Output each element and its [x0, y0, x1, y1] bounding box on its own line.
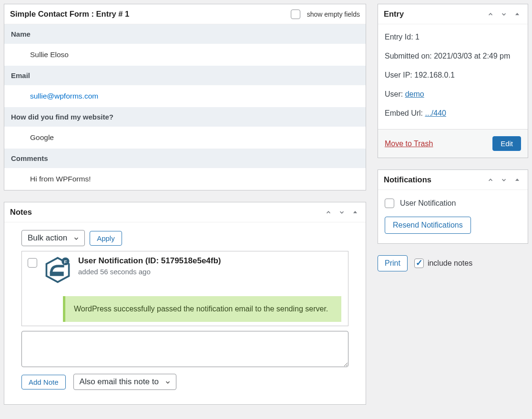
field-value-email: sullie@wpforms.com: [4, 85, 366, 107]
include-notes-checkbox[interactable]: [414, 259, 424, 268]
notes-panel: Notes Bulk action Apply: [4, 202, 366, 405]
entry-id-label: Entry Id:: [385, 33, 413, 41]
email-note-select[interactable]: Also email this note to: [73, 374, 176, 390]
chevron-down-icon: [164, 379, 171, 385]
collapse-up-icon[interactable]: [350, 208, 360, 217]
bulk-action-label: Bulk action: [28, 233, 67, 242]
embed-url-row: Embed Url: .../440: [385, 109, 521, 118]
resend-notifications-button[interactable]: Resend Notifications: [385, 217, 471, 234]
field-label-find: How did you find my website?: [4, 107, 366, 127]
notifications-panel: Notifications User Notification Resend N…: [378, 170, 528, 244]
user-ip-value: 192.168.0.1: [414, 71, 455, 79]
user-row: User: demo: [385, 90, 521, 99]
user-ip-row: User IP: 192.168.0.1: [385, 71, 521, 80]
email-note-select-label: Also email this note to: [80, 377, 159, 386]
include-notes-label: include notes: [428, 259, 472, 268]
chevron-down-icon[interactable]: [499, 175, 509, 185]
submitted-label: Submitted on:: [385, 52, 432, 60]
notes-title: Notes: [10, 208, 32, 217]
edit-button[interactable]: Edit: [492, 136, 521, 151]
collapse-up-icon[interactable]: [512, 10, 522, 19]
field-label-comments: Comments: [4, 149, 366, 168]
chevron-down-icon[interactable]: [337, 208, 347, 217]
entry-side-panel: Entry Entry Id: 1 Submitted on: 2021/03/…: [378, 4, 528, 158]
apply-button[interactable]: Apply: [90, 231, 122, 246]
svg-marker-0: [353, 211, 357, 213]
field-value-comments: Hi from WPForms!: [4, 168, 366, 190]
entry-id-row: Entry Id: 1: [385, 33, 521, 41]
entry-detail-title: Simple Contact Form : Entry # 1: [10, 10, 129, 19]
svg-marker-5: [515, 13, 519, 15]
entry-detail-panel: Simple Contact Form : Entry # 1 show emp…: [4, 4, 366, 190]
entry-side-title: Entry: [384, 10, 404, 19]
field-value-name: Sullie Eloso: [4, 44, 366, 66]
submitted-value: 2021/03/03 at 2:49 pm: [434, 52, 510, 60]
chevron-up-icon[interactable]: [324, 208, 333, 217]
gravity-forms-logo-icon: F: [44, 256, 72, 284]
add-note-button[interactable]: Add Note: [21, 375, 66, 389]
svg-rect-2: [50, 272, 64, 276]
show-empty-fields-label: show empty fields: [307, 10, 360, 18]
user-link[interactable]: demo: [405, 90, 424, 98]
chevron-up-icon[interactable]: [486, 10, 495, 19]
user-notification-checkbox[interactable]: [385, 199, 394, 208]
chevron-up-icon[interactable]: [486, 175, 495, 185]
email-link[interactable]: sullie@wpforms.com: [30, 92, 98, 100]
print-button[interactable]: Print: [378, 255, 408, 271]
bulk-action-select[interactable]: Bulk action: [21, 230, 85, 246]
notes-table: F User Notification (ID: 5179518e5e4fb) …: [21, 251, 348, 326]
field-label-name: Name: [4, 24, 366, 44]
notifications-title: Notifications: [384, 175, 431, 184]
note-subtitle: added 56 seconds ago: [78, 268, 342, 276]
submitted-row: Submitted on: 2021/03/03 at 2:49 pm: [385, 52, 521, 60]
move-to-trash-link[interactable]: Move to Trash: [385, 140, 433, 148]
note-title: User Notification (ID: 5179518e5e4fb): [78, 256, 342, 266]
user-label: User:: [385, 90, 403, 98]
collapse-up-icon[interactable]: [512, 175, 522, 185]
field-value-find: Google: [4, 127, 366, 149]
embed-url-label: Embed Url:: [385, 109, 423, 117]
user-ip-label: User IP:: [385, 71, 412, 79]
note-success-message: WordPress successfully passed the notifi…: [63, 296, 341, 322]
show-empty-fields-checkbox[interactable]: [291, 10, 300, 19]
new-note-textarea[interactable]: [21, 331, 348, 367]
note-row: F User Notification (ID: 5179518e5e4fb) …: [22, 251, 348, 291]
embed-url-link[interactable]: .../440: [425, 109, 446, 117]
entry-side-header: Entry: [378, 4, 528, 24]
chevron-down-icon[interactable]: [499, 10, 509, 19]
field-label-email: Email: [4, 66, 366, 85]
entry-detail-header: Simple Contact Form : Entry # 1 show emp…: [4, 4, 366, 24]
chevron-down-icon: [73, 235, 80, 241]
notes-header: Notes: [4, 202, 366, 222]
svg-text:F: F: [64, 259, 67, 264]
entry-id-value: 1: [415, 33, 419, 41]
note-row-checkbox[interactable]: [28, 258, 37, 268]
notifications-header: Notifications: [378, 170, 528, 190]
svg-marker-6: [515, 179, 519, 181]
user-notification-label: User Notification: [400, 199, 456, 208]
